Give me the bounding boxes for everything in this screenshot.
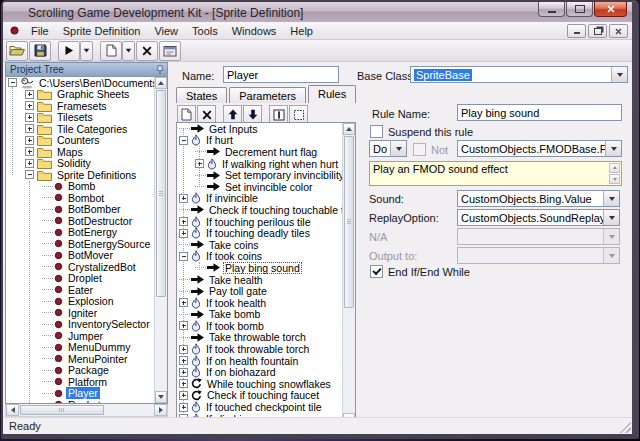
properties-button[interactable]: [159, 41, 181, 61]
rule-item-if-invincible[interactable]: If invincible: [177, 193, 343, 205]
rule-item-get-inputs[interactable]: Get Inputs: [177, 123, 343, 135]
mdi-close-button[interactable]: [609, 24, 628, 38]
suspend-rule-checkbox[interactable]: [370, 125, 383, 138]
tree-item-framesets[interactable]: Framesets: [6, 100, 155, 112]
rule-item-if-touching-deadly-tiles[interactable]: If touching deadly tiles: [177, 227, 343, 239]
scrollbar-thumb[interactable]: [20, 405, 104, 415]
rule-item-check-if-touching-touchable-tiles[interactable]: Check if touching touchable tiles: [177, 204, 343, 216]
expand-icon[interactable]: [179, 298, 188, 307]
expand-icon[interactable]: [25, 136, 34, 145]
tab-parameters[interactable]: Parameters: [229, 87, 306, 103]
rule-item-if-on-biohazard[interactable]: If on biohazard: [177, 366, 343, 378]
close-button[interactable]: [594, 2, 627, 17]
tree-item-tile-categories[interactable]: Tile Categories: [6, 123, 155, 135]
rule-item-if-touching-perilous-tile[interactable]: If touching perilous tile: [177, 216, 343, 228]
menu-sprite-definition[interactable]: Sprite Definition: [56, 24, 148, 38]
rule-item-decrement-hurt-flag[interactable]: Decrement hurt flag: [177, 146, 343, 158]
name-input[interactable]: Player: [223, 66, 339, 83]
expand-icon[interactable]: [179, 403, 188, 412]
rule-item-take-bomb[interactable]: Take bomb: [177, 309, 343, 321]
rule-item-if-took-health[interactable]: If took health: [177, 297, 343, 309]
expand-icon[interactable]: [179, 391, 188, 400]
menu-help[interactable]: Help: [283, 24, 320, 38]
project-tree-hscrollbar[interactable]: [5, 404, 168, 417]
tree-item-counters[interactable]: Counters: [6, 135, 155, 147]
new-dropdown-button[interactable]: [122, 41, 135, 61]
rules-tree-vscrollbar[interactable]: [342, 123, 355, 425]
expand-icon[interactable]: [25, 124, 34, 133]
rule-item-while-touching-snowflakes[interactable]: While touching snowflakes: [177, 378, 343, 390]
scroll-down-button[interactable]: [609, 174, 620, 184]
rule-item-if-walking-right-when-hurt[interactable]: If walking right when hurt: [177, 158, 343, 170]
rule-item-take-health[interactable]: Take health: [177, 274, 343, 286]
scroll-up-button[interactable]: [609, 163, 620, 173]
chevron-down-icon[interactable]: [611, 67, 627, 82]
endif-checkbox[interactable]: [370, 265, 383, 278]
expand-icon[interactable]: [179, 368, 188, 377]
chevron-down-icon[interactable]: [390, 141, 406, 156]
scroll-left-button[interactable]: [6, 404, 19, 416]
base-class-combo[interactable]: SpriteBase: [410, 66, 628, 83]
chevron-down-icon[interactable]: [605, 141, 621, 156]
tree-item-maps[interactable]: Maps: [6, 146, 155, 158]
collapse-icon[interactable]: [25, 170, 34, 179]
collapse-icon[interactable]: [179, 252, 188, 261]
chevron-down-icon[interactable]: [603, 191, 619, 206]
scroll-up-button[interactable]: [155, 77, 167, 89]
title-bar[interactable]: Scrolling Game Development Kit - [Sprite…: [3, 2, 632, 22]
tree-item-solidity[interactable]: Solidity: [6, 158, 155, 170]
scrollbar-thumb[interactable]: [344, 136, 354, 308]
rule-item-play-bing-sound[interactable]: Play bing sound: [177, 262, 343, 274]
scroll-down-button[interactable]: [155, 391, 167, 403]
tree-item-c-users-ben-documents-develo[interactable]: C:\Users\Ben\Documents\Develo: [6, 77, 155, 89]
expand-icon[interactable]: [25, 147, 34, 156]
expand-icon[interactable]: [179, 321, 188, 330]
rule-item-check-if-touching-faucet[interactable]: Check if touching faucet: [177, 390, 343, 402]
tab-rules[interactable]: Rules: [308, 85, 356, 103]
expand-icon[interactable]: [25, 159, 34, 168]
rule-item-pay-toll-gate[interactable]: Pay toll gate: [177, 285, 343, 297]
open-button[interactable]: [6, 41, 28, 61]
scroll-up-button[interactable]: [343, 123, 355, 135]
rule-item-take-coins[interactable]: Take coins: [177, 239, 343, 251]
play-button[interactable]: [58, 41, 80, 61]
tab-states[interactable]: States: [176, 87, 227, 103]
expand-icon[interactable]: [25, 101, 34, 110]
expand-icon[interactable]: [179, 194, 188, 203]
play-dropdown-button[interactable]: [80, 41, 93, 61]
rule-item-if-touched-checkpoint-tile[interactable]: If touched checkpoint tile: [177, 401, 343, 413]
menu-file[interactable]: File: [24, 24, 56, 38]
expand-icon[interactable]: [179, 229, 188, 238]
project-tree-vscrollbar[interactable]: [154, 77, 167, 403]
tree-item-graphic-sheets[interactable]: Graphic Sheets: [6, 89, 155, 101]
function-combo[interactable]: CustomObjects.FMODBase.PlaySound: [457, 140, 622, 157]
mdi-minimize-button[interactable]: [567, 24, 586, 38]
rule-item-if-on-health-fountain[interactable]: If on health fountain: [177, 355, 343, 367]
expand-icon[interactable]: [179, 217, 188, 226]
save-button[interactable]: [29, 41, 51, 61]
parameter-combo[interactable]: CustomObjects.Bing.Value: [457, 190, 620, 207]
collapse-icon[interactable]: [179, 136, 188, 145]
rule-item-if-took-throwable-torch[interactable]: If took throwable torch: [177, 343, 343, 355]
delete-button[interactable]: [136, 41, 158, 61]
expand-icon[interactable]: [25, 90, 34, 99]
minimize-button[interactable]: [538, 2, 565, 17]
resize-grip[interactable]: [618, 420, 631, 433]
menu-windows[interactable]: Windows: [225, 24, 284, 38]
expand-icon[interactable]: [179, 379, 188, 388]
rule-item-take-throwable-torch[interactable]: Take throwable torch: [177, 332, 343, 344]
chevron-down-icon[interactable]: [603, 210, 619, 225]
scrollbar-thumb[interactable]: [156, 90, 166, 297]
rule-item-if-took-bomb[interactable]: If took bomb: [177, 320, 343, 332]
parameter-combo[interactable]: CustomObjects.SoundReplay.Restart: [457, 209, 620, 226]
rule-item-set-temporary-invincibility[interactable]: Set temporary invincibility: [177, 169, 343, 181]
do-combo[interactable]: Do: [369, 140, 407, 157]
collapse-icon[interactable]: [8, 78, 17, 87]
rule-name-input[interactable]: Play bing sound: [457, 104, 622, 121]
menu-view[interactable]: View: [147, 24, 185, 38]
mdi-restore-button[interactable]: [588, 24, 607, 38]
rule-item-if-hurt[interactable]: If hurt: [177, 135, 343, 147]
project-tree-header[interactable]: Project Tree: [5, 62, 168, 76]
expand-icon[interactable]: [25, 113, 34, 122]
tree-item-tilesets[interactable]: Tilesets: [6, 112, 155, 124]
